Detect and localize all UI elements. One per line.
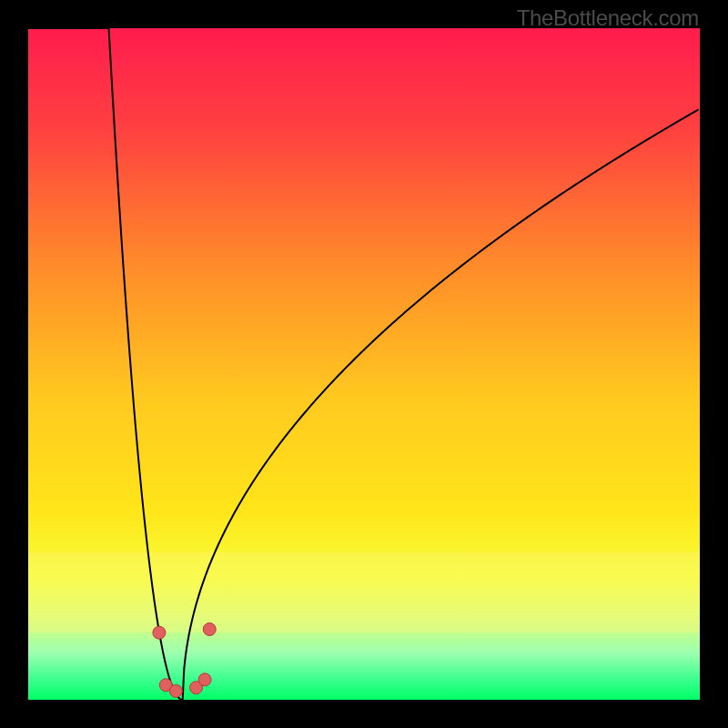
data-point — [153, 626, 166, 639]
chart-svg — [28, 28, 700, 700]
data-point — [169, 684, 182, 697]
pale-band — [28, 552, 700, 633]
data-point — [198, 673, 211, 686]
outer-frame: TheBottleneck.com — [0, 0, 728, 728]
data-point — [203, 623, 216, 636]
plot-area — [28, 28, 700, 700]
watermark-text: TheBottleneck.com — [517, 5, 699, 31]
